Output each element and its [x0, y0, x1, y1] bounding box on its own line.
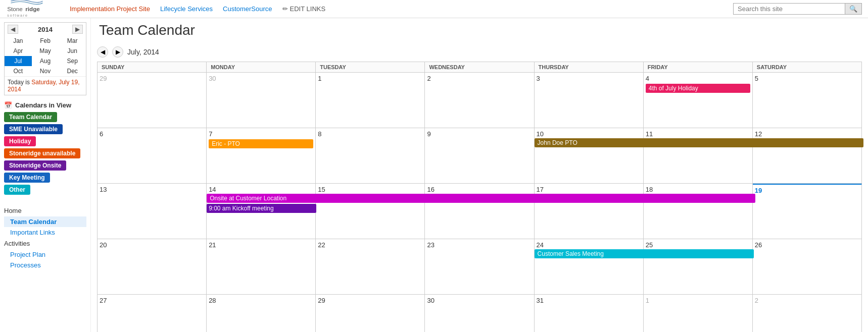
day-4-jul: 4 4th of July Holiday [644, 73, 753, 128]
day-25-jul: 25 [644, 239, 753, 295]
header-monday: MONDAY [207, 62, 316, 73]
page-header: Team Calendar [91, 18, 868, 38]
day-26-jul: 26 [753, 239, 862, 295]
main-content: Team Calendar ◀ ▶ July, 2014 SUNDAY MOND… [91, 18, 868, 332]
badge-stoneridge-onsite[interactable]: Stoneridge Onsite [4, 160, 66, 171]
event-eric-pto[interactable]: Eric - PTO [209, 139, 313, 148]
badge-stoneridge-unavailable[interactable]: Stoneridge unavailable [4, 148, 80, 158]
day-num: 4 [646, 75, 750, 82]
badge-key-meeting[interactable]: Key Meeting [4, 173, 50, 183]
day-num: 29 [100, 75, 204, 82]
day-11-jul: 11 [644, 128, 753, 184]
day-13-jul: 13 [98, 184, 207, 239]
month-aug[interactable]: Aug [32, 56, 59, 66]
day-num: 25 [646, 241, 750, 249]
calendar-toolbar: ◀ ▶ July, 2014 [97, 46, 862, 58]
calendars-in-view-title: 📅 Calendars in View [4, 101, 86, 109]
badge-sme-unavailable[interactable]: SME Unavailable [4, 124, 63, 134]
day-num: 28 [209, 297, 313, 304]
day-num: 15 [318, 186, 422, 193]
month-jul[interactable]: Jul [5, 56, 32, 66]
day-19-jul: 19 [753, 184, 862, 239]
month-feb[interactable]: Feb [32, 36, 59, 46]
sidebar-item-processes[interactable]: Processes [4, 260, 86, 270]
day-num: 8 [318, 130, 422, 138]
calendar-next-btn[interactable]: ▶ [112, 46, 123, 58]
month-dec[interactable]: Dec [59, 66, 86, 76]
day-14-jul: 14 Onsite at Customer Location 9:00 am K… [207, 184, 316, 239]
day-num: 12 [755, 130, 859, 138]
nav-lifecycle[interactable]: Lifecycle Services [160, 5, 213, 13]
edit-links-label: EDIT LINKS [290, 5, 326, 13]
header-tuesday: TUESDAY [316, 62, 425, 73]
top-nav: Stone ridge software Implementation Proj… [0, 0, 868, 18]
badge-other[interactable]: Other [4, 185, 30, 195]
sidebar-item-project-plan[interactable]: Project Plan [4, 249, 86, 260]
month-oct[interactable]: Oct [5, 66, 32, 76]
day-num: 14 [209, 186, 313, 193]
calendar-prev-btn[interactable]: ◀ [97, 46, 108, 58]
header-saturday: SATURDAY [753, 62, 862, 73]
day-num: 20 [100, 241, 204, 249]
today-text: Today is Saturday, July 19, 2014 [5, 76, 86, 95]
day-num: 26 [755, 241, 859, 249]
day-num: 23 [427, 241, 532, 249]
event-onsite-customer[interactable]: Onsite at Customer Location [207, 194, 755, 203]
day-num: 29 [318, 297, 422, 304]
badge-holiday[interactable]: Holiday [4, 136, 36, 146]
day-num: 11 [646, 130, 750, 138]
nav-customer-source[interactable]: CustomerSource [223, 5, 272, 13]
svg-text:Stone: Stone [7, 6, 23, 12]
day-num: 3 [537, 75, 641, 82]
header-thursday: THURSDAY [535, 62, 644, 73]
day-12-jul: 12 [753, 128, 862, 184]
day-num: 30 [209, 75, 313, 82]
sidebar-nav: Home Team Calendar Important Links Activ… [4, 205, 86, 270]
month-nov[interactable]: Nov [32, 66, 59, 76]
edit-links[interactable]: ✏ EDIT LINKS [282, 5, 326, 13]
mini-calendar: ◀ 2014 ▶ Jan Feb Mar Apr May Jun Jul Aug… [4, 22, 86, 95]
day-num: 1 [646, 297, 750, 304]
day-num: 13 [100, 186, 204, 193]
day-num: 2 [427, 75, 532, 82]
event-4th-of-july[interactable]: 4th of July Holiday [646, 84, 750, 93]
month-may[interactable]: May [32, 46, 59, 56]
header-wednesday: WEDNESDAY [425, 62, 534, 73]
event-kickoff-meeting[interactable]: 9:00 am Kickoff meeting [207, 204, 316, 213]
day-num: 22 [318, 241, 422, 249]
mini-cal-prev[interactable]: ◀ [8, 25, 18, 34]
svg-text:ridge: ridge [25, 6, 40, 12]
month-apr[interactable]: Apr [5, 46, 32, 56]
logo: Stone ridge software [6, 0, 62, 20]
mini-cal-next[interactable]: ▶ [72, 25, 83, 34]
day-num: 27 [100, 297, 204, 304]
sidebar-item-important-links[interactable]: Important Links [4, 227, 86, 238]
pencil-icon: ✏ [282, 5, 288, 13]
day-30-jul: 30 [425, 295, 534, 332]
day-num: 7 [209, 130, 313, 138]
nav-section-activities: Activities [4, 238, 86, 249]
day-29-jun: 29 [98, 73, 207, 128]
calendar-month-label: July, 2014 [127, 48, 159, 56]
month-jan[interactable]: Jan [5, 36, 32, 46]
sidebar: ◀ 2014 ▶ Jan Feb Mar Apr May Jun Jul Aug… [0, 18, 91, 332]
event-john-doe-pto[interactable]: John Doe PTO [535, 138, 863, 147]
day-9-jul: 9 [425, 128, 534, 184]
month-mar[interactable]: Mar [59, 36, 86, 46]
search-input[interactable] [734, 4, 845, 14]
month-sep[interactable]: Sep [59, 56, 86, 66]
day-num-today: 19 [755, 187, 859, 194]
nav-implementation[interactable]: Implementation Project Site [70, 5, 150, 13]
day-29-jul: 29 [316, 295, 425, 332]
day-22-jul: 22 [316, 239, 425, 295]
day-num: 10 [537, 130, 641, 138]
search-button[interactable]: 🔍 [845, 4, 861, 14]
month-jun[interactable]: Jun [59, 46, 86, 56]
sidebar-item-team-calendar[interactable]: Team Calendar [4, 216, 86, 227]
day-num: 30 [427, 297, 532, 304]
event-customer-sales-meeting[interactable]: Customer Sales Meeting [535, 249, 754, 258]
calendar-container: ◀ ▶ July, 2014 SUNDAY MONDAY TUESDAY WED… [91, 42, 868, 332]
badge-team-calendar[interactable]: Team Calendar [4, 112, 57, 122]
svg-text:software: software [7, 13, 28, 18]
day-num: 2 [755, 297, 859, 304]
